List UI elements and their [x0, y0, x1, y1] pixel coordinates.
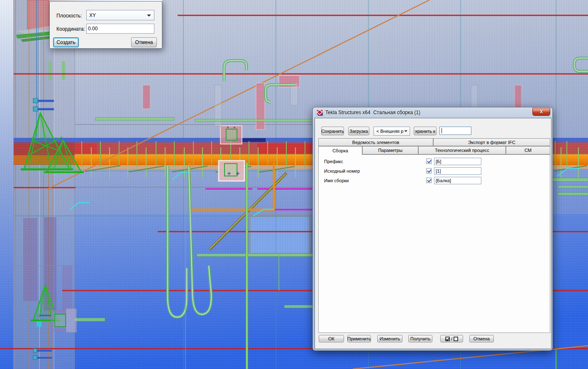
plane-dropdown-value: XY	[89, 12, 96, 18]
close-icon: X	[540, 109, 543, 114]
tab-workflow[interactable]: Технологический процесс	[418, 146, 506, 154]
check-icon	[427, 169, 431, 173]
start-number-label: Исходный номер	[324, 169, 360, 174]
save-as-button[interactable]: хранить к	[414, 127, 437, 135]
close-button[interactable]: X	[532, 108, 550, 116]
prefix-checkbox[interactable]	[426, 159, 432, 164]
get-button[interactable]: Получить	[408, 335, 432, 342]
chevron-down-icon	[147, 15, 151, 17]
tab-assembly[interactable]: Сборка	[318, 146, 362, 155]
check-icon	[427, 159, 431, 164]
slash-separator: /	[451, 336, 452, 341]
cancel-button[interactable]: Отмена	[131, 37, 157, 47]
assembly-name-checkbox[interactable]	[426, 178, 432, 183]
apply-button[interactable]: Применить	[347, 335, 371, 342]
save-as-name-input[interactable]	[439, 127, 471, 135]
toggle-all-checkboxes-button[interactable]: /	[440, 335, 463, 342]
settings-dropdown-value: < Внешняя р	[376, 129, 403, 134]
dialog-title: Tekla Structures x64 Стальная сборка (1)	[325, 110, 420, 115]
chevron-down-icon	[404, 130, 407, 132]
prefix-input[interactable]	[434, 158, 481, 165]
create-button[interactable]: Создать	[53, 37, 79, 47]
start-number-checkbox[interactable]	[426, 168, 432, 174]
plane-dialog: Плоскость: XY Координата: Создать Отмена	[49, 0, 162, 49]
assembly-properties-dialog: Tekla Structures x64 Стальная сборка (1)…	[312, 107, 553, 351]
assembly-tab-panel: Префикс Исходный номер Имя сборки	[318, 154, 550, 333]
coordinate-label: Координата:	[56, 26, 85, 32]
application-screen: Плоскость: XY Координата: Создать Отмена…	[0, 0, 588, 369]
empty-box-icon	[454, 337, 458, 341]
assembly-name-label: Имя сборки	[324, 178, 349, 183]
plane-dialog-body: Плоскость: XY Координата: Создать Отмена	[49, 1, 162, 49]
plane-label: Плоскость:	[56, 13, 82, 19]
checked-box-icon	[445, 337, 450, 341]
dialog-client-area: Сохранить Загрузка < Внешняя р хранить к…	[315, 118, 551, 349]
tab-parameters[interactable]: Параметры	[362, 146, 418, 154]
assembly-name-input[interactable]	[434, 177, 481, 184]
tab-element-list[interactable]: Ведомость элементов	[318, 138, 433, 146]
plane-dropdown[interactable]: XY	[86, 10, 154, 20]
start-number-input[interactable]	[434, 167, 481, 175]
cancel-button[interactable]: Отмена	[469, 335, 494, 342]
settings-dropdown[interactable]: < Внешняя р	[373, 127, 410, 136]
save-button[interactable]: Сохранить	[321, 127, 344, 135]
load-button[interactable]: Загрузка	[348, 127, 369, 135]
tab-ifc-export[interactable]: Экспорт в формат IFC	[433, 138, 550, 146]
ok-button[interactable]: ОК	[319, 335, 344, 342]
tekla-logo-icon	[317, 110, 323, 116]
text-cursor	[442, 128, 442, 133]
check-icon	[427, 178, 431, 183]
prefix-label: Префикс	[324, 159, 343, 164]
modify-button[interactable]: Изменить	[377, 335, 403, 342]
tab-cm[interactable]: СМ	[506, 146, 550, 154]
coordinate-input[interactable]	[86, 24, 154, 34]
